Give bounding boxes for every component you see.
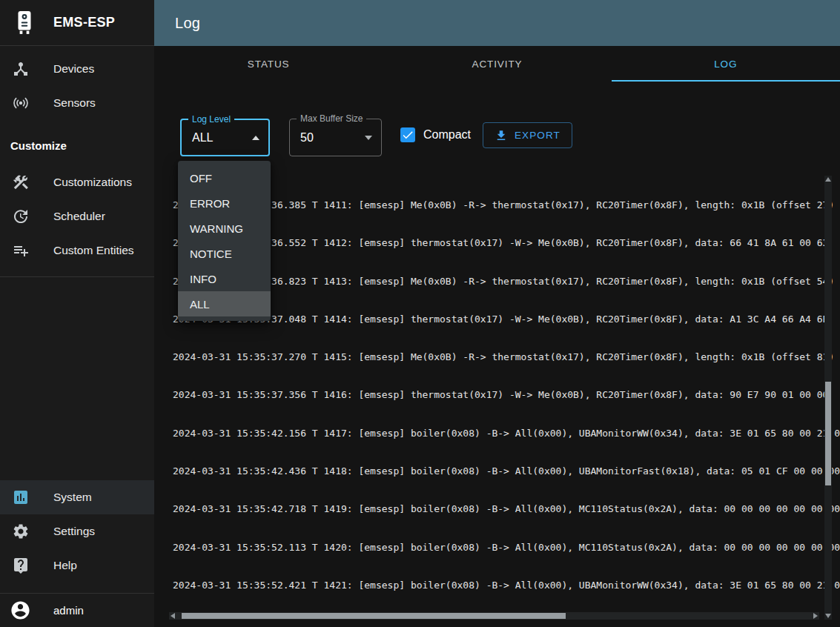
sidebar-item-label: Scheduler xyxy=(53,210,105,223)
log-line: 2024-03-31 15:35:52.113 T 1420: [emsesp]… xyxy=(173,540,840,555)
sidebar-customize-nav: Customizations Scheduler Custom Entities xyxy=(0,165,154,268)
vertical-scroll-thumb[interactable] xyxy=(825,382,831,485)
sidebar-item-custom-entities[interactable]: Custom Entities xyxy=(0,233,154,268)
scroll-left-arrow-icon[interactable] xyxy=(171,613,175,619)
log-line: 2024-03-31 15:35:52.421 T 1421: [emsesp]… xyxy=(173,577,840,593)
menu-item-warning[interactable]: WARNING xyxy=(178,216,271,241)
sidebar-item-devices[interactable]: Devices xyxy=(0,52,154,86)
log-line: 2024-03-31 15:35:42.156 T 1417: [emsesp]… xyxy=(173,425,840,441)
username: admin xyxy=(53,604,84,617)
log-level-menu: OFF ERROR WARNING NOTICE INFO ALL xyxy=(178,161,271,321)
chevron-down-icon xyxy=(365,136,372,140)
sidebar-item-settings[interactable]: Settings xyxy=(0,514,154,548)
user-account[interactable]: admin xyxy=(0,594,154,627)
scroll-right-arrow-icon[interactable] xyxy=(813,613,818,619)
sidebar-item-label: Customizations xyxy=(53,176,132,189)
horizontal-scrollbar[interactable] xyxy=(169,612,819,620)
sensors-icon xyxy=(12,94,30,112)
chevron-up-icon xyxy=(252,136,259,140)
sidebar-item-label: Help xyxy=(53,559,77,572)
horizontal-scroll-thumb[interactable] xyxy=(182,613,566,619)
compact-toggle[interactable]: Compact xyxy=(400,119,471,150)
check-icon xyxy=(401,128,414,142)
sidebar-item-sensors[interactable]: Sensors xyxy=(0,86,154,120)
menu-item-off[interactable]: OFF xyxy=(178,165,271,190)
max-buffer-size-value: 50 xyxy=(300,131,314,145)
menu-item-notice[interactable]: NOTICE xyxy=(178,241,271,266)
export-button-label: EXPORT xyxy=(515,130,560,141)
help-bubble-icon xyxy=(12,557,30,574)
assessment-chart-icon xyxy=(12,488,30,506)
log-line: 2024-03-31 15:35:37.356 T 1416: [emsesp]… xyxy=(173,387,840,402)
log-line: 2024-03-31 15:35:42.436 T 1418: [emsesp]… xyxy=(173,463,840,479)
max-buffer-size-select[interactable]: Max Buffer Size 50 xyxy=(289,119,382,156)
sidebar-main-nav: Devices Sensors xyxy=(0,46,154,120)
tab-indicator xyxy=(612,80,840,82)
sidebar-item-label: Custom Entities xyxy=(53,244,134,257)
sidebar-header: EMS-ESP xyxy=(0,0,154,46)
sidebar-item-scheduler[interactable]: Scheduler xyxy=(0,199,154,233)
tab-activity[interactable]: ACTIVITY xyxy=(383,46,611,82)
sidebar: EMS-ESP Devices Se xyxy=(0,0,154,627)
playlist-add-icon xyxy=(12,242,30,259)
app-bar: Log xyxy=(154,0,840,46)
vertical-scrollbar[interactable] xyxy=(824,176,832,620)
menu-item-error[interactable]: ERROR xyxy=(178,190,271,216)
ems-esp-logo-icon xyxy=(15,10,34,36)
log-line: 2024-03-31 15:35:37.048 T 1414: [emsesp]… xyxy=(173,311,840,327)
sidebar-item-label: Settings xyxy=(53,525,95,538)
tab-status[interactable]: STATUS xyxy=(154,46,383,82)
customize-section-label: Customize xyxy=(10,139,154,152)
tab-log[interactable]: LOG xyxy=(612,46,840,82)
construction-tools-icon xyxy=(12,173,30,191)
scroll-down-arrow-icon[interactable] xyxy=(825,614,831,618)
gear-icon xyxy=(12,522,30,540)
export-button[interactable]: EXPORT xyxy=(483,122,572,148)
menu-item-all[interactable]: ALL xyxy=(178,291,271,316)
log-level-label: Log Level xyxy=(188,114,234,125)
scroll-up-arrow-icon[interactable] xyxy=(825,177,831,182)
sidebar-item-label: Devices xyxy=(53,62,94,76)
update-clock-icon xyxy=(12,208,30,225)
log-level-select[interactable]: Log Level ALL xyxy=(180,119,270,156)
log-output[interactable]: 2024-03-31 15:35:36.385 T 1411: [emsesp]… xyxy=(173,175,840,614)
sidebar-item-system[interactable]: System xyxy=(0,480,154,514)
device-hub-icon xyxy=(12,60,30,78)
account-circle-icon xyxy=(10,600,31,621)
app-title: EMS-ESP xyxy=(53,15,115,30)
compact-label: Compact xyxy=(423,128,471,142)
log-level-value: ALL xyxy=(192,131,213,145)
sidebar-item-help[interactable]: Help xyxy=(0,548,154,583)
max-buffer-size-label: Max Buffer Size xyxy=(297,113,366,124)
sidebar-spacer xyxy=(0,277,154,480)
sidebar-item-label: System xyxy=(53,491,92,504)
log-line: 2024-03-31 15:35:37.270 T 1415: [emsesp]… xyxy=(173,349,840,365)
log-line: 2024-03-31 15:35:36.385 T 1411: [emsesp]… xyxy=(173,197,840,213)
main-area: Log STATUS ACTIVITY LOG Log Level ALL Ma… xyxy=(154,0,840,627)
log-line: 2024-03-31 15:35:36.823 T 1413: [emsesp]… xyxy=(173,273,840,289)
sidebar-item-customizations[interactable]: Customizations xyxy=(0,165,154,199)
page-title: Log xyxy=(175,15,200,32)
download-icon xyxy=(495,129,508,142)
ems-esp-app: EMS-ESP Devices Se xyxy=(0,0,840,627)
tab-bar: STATUS ACTIVITY LOG xyxy=(154,46,840,82)
log-line: 2024-03-31 15:35:36.552 T 1412: [emsesp]… xyxy=(173,235,840,251)
log-line: 2024-03-31 15:35:42.718 T 1419: [emsesp]… xyxy=(173,501,840,517)
sidebar-system-nav: System Settings Help xyxy=(0,480,154,583)
menu-item-info[interactable]: INFO xyxy=(178,266,271,291)
sidebar-item-label: Sensors xyxy=(53,96,96,110)
compact-checkbox[interactable] xyxy=(400,127,415,142)
